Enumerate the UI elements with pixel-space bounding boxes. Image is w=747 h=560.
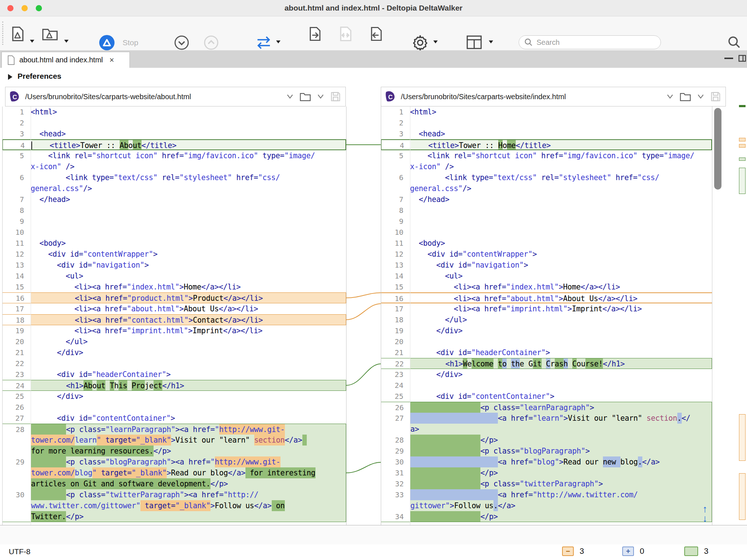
code-row[interactable]: 1<html> bbox=[2, 106, 346, 117]
compare-folders-button[interactable] bbox=[42, 26, 58, 42]
code-row[interactable]: 30 <a href="blog">Read our new blog.</a> bbox=[381, 456, 712, 467]
stop-button[interactable]: Stop bbox=[123, 38, 138, 47]
code-row[interactable]: 15 <li><a href="index.html">Home</a></li… bbox=[381, 281, 712, 292]
code-row[interactable]: 17 <li><a href="about.html">About Us</a>… bbox=[2, 303, 346, 314]
code-row[interactable]: 4 <title>Tower :: Home</title> bbox=[381, 139, 712, 150]
code-row[interactable]: 10 bbox=[2, 227, 346, 238]
code-row[interactable]: 9 bbox=[2, 216, 346, 227]
code-row[interactable]: www.twitter.com/gittower" target="_blank… bbox=[2, 500, 346, 511]
code-row[interactable]: 20 </ul> bbox=[2, 336, 346, 347]
code-row[interactable]: 17 <li><a href="imprint.html">Imprint</a… bbox=[381, 303, 712, 314]
next-change-button[interactable] bbox=[174, 35, 189, 50]
code-row[interactable]: 5 <link rel="shortcut icon" href="img/fa… bbox=[2, 150, 346, 161]
code-row[interactable]: 23 </div> bbox=[381, 369, 712, 380]
diff-marker[interactable] bbox=[739, 138, 746, 141]
code-row[interactable]: 19 <li><a href="imprint.html">Imprint</a… bbox=[2, 325, 346, 336]
disclosure-triangle-icon[interactable] bbox=[8, 74, 12, 80]
code-row[interactable]: 19 </div> bbox=[381, 325, 712, 336]
settings-menu-arrow[interactable] bbox=[433, 40, 438, 43]
code-row[interactable]: 9 bbox=[381, 216, 712, 227]
code-row[interactable]: x-icon" /> bbox=[2, 161, 346, 172]
merge-left-button[interactable] bbox=[368, 26, 384, 42]
code-row[interactable]: 33 <a href="http://www.twitter.com/ bbox=[381, 489, 712, 500]
diff-marker[interactable] bbox=[739, 473, 746, 520]
code-row[interactable]: a> bbox=[381, 424, 712, 435]
code-row[interactable]: 7 </head> bbox=[381, 194, 712, 205]
refresh-menu-arrow[interactable] bbox=[276, 40, 280, 43]
code-row[interactable]: 15 <li><a href="index.html">Home</a></li… bbox=[2, 281, 346, 292]
code-row[interactable]: gittower">Follow us.</a> bbox=[381, 500, 712, 511]
code-row[interactable]: 24 <h1>About This Project</h1> bbox=[2, 380, 346, 391]
code-row[interactable]: 12 <div id="contentWrapper"> bbox=[2, 249, 346, 260]
toolbar-drag-handle[interactable] bbox=[2, 22, 3, 45]
merge-right-button[interactable] bbox=[307, 26, 322, 42]
code-row[interactable]: tower.com/blog" target="_blank">Read our… bbox=[2, 467, 346, 478]
diff-marker[interactable] bbox=[739, 168, 746, 194]
code-row[interactable]: 4 <title>Tower :: About</title> bbox=[2, 139, 346, 150]
code-row[interactable]: 20 bbox=[381, 336, 712, 347]
code-row[interactable]: 16 <li><a href="product.html">Product</a… bbox=[2, 292, 346, 303]
go-next-arrow-icon[interactable]: ↓ bbox=[703, 514, 708, 523]
deltawalker-logo-icon[interactable] bbox=[99, 35, 115, 50]
code-row[interactable]: 8 bbox=[381, 205, 712, 216]
diff-marker[interactable] bbox=[739, 414, 746, 461]
left-file-path[interactable]: /Users/brunobrito/Sites/carparts-website… bbox=[25, 93, 286, 101]
code-row[interactable]: 22 <h1>Welcome to the Git Crash Course!<… bbox=[381, 358, 712, 369]
save-icon[interactable] bbox=[330, 91, 341, 102]
layout-button[interactable] bbox=[466, 35, 483, 50]
code-row[interactable]: general.css"/> bbox=[381, 183, 712, 194]
code-row[interactable]: 14 <ul> bbox=[2, 271, 346, 281]
code-row[interactable]: x-icon" /> bbox=[381, 161, 712, 172]
settings-button[interactable] bbox=[411, 34, 429, 51]
code-row[interactable]: 21 </div> bbox=[2, 347, 346, 358]
code-row[interactable]: 7 </head> bbox=[2, 194, 346, 205]
code-row[interactable]: 1<html> bbox=[381, 106, 712, 117]
editor-minimize-icon[interactable] bbox=[724, 58, 733, 59]
path-dropdown-chevron-icon[interactable] bbox=[666, 94, 674, 100]
code-row[interactable]: 6 <link type="text/css" rel="stylesheet"… bbox=[2, 172, 346, 183]
code-row[interactable]: general.css"/> bbox=[2, 183, 346, 194]
layout-menu-arrow[interactable] bbox=[489, 40, 493, 43]
code-row[interactable]: 23 <div id="headerContainer"> bbox=[2, 369, 346, 380]
compare-files-menu-arrow[interactable] bbox=[30, 40, 34, 43]
code-row[interactable]: 13 <div id="navigation"> bbox=[381, 260, 712, 271]
code-row[interactable]: 10 bbox=[381, 227, 712, 238]
diff-marker[interactable] bbox=[739, 144, 746, 148]
code-row[interactable]: 27 <a href="learn">Visit our "learn" sec… bbox=[381, 413, 712, 424]
find-button[interactable] bbox=[727, 35, 741, 49]
code-row[interactable]: 25 <div id="contentContainer"> bbox=[381, 391, 712, 402]
code-row[interactable]: 12 <div id="contentWrapper"> bbox=[381, 249, 712, 260]
previous-change-button[interactable] bbox=[204, 35, 219, 50]
code-row[interactable]: 16 <li><a href="about.html">About Us</a>… bbox=[381, 292, 712, 303]
browse-folder-icon[interactable] bbox=[680, 92, 691, 102]
code-row[interactable]: 25 </div> bbox=[2, 391, 346, 402]
code-row[interactable]: 29 <p class="blogParagraph"><a href="htt… bbox=[2, 456, 346, 467]
code-row[interactable]: 21 <div id="headerContainer"> bbox=[381, 347, 712, 358]
code-row[interactable]: 31 bbox=[2, 522, 346, 525]
code-row[interactable]: 28 </p> bbox=[381, 435, 712, 446]
tab-about-and-index[interactable]: about.html and index.html × bbox=[1, 52, 130, 68]
code-row[interactable]: 27 <div id="contentContainer"> bbox=[2, 413, 346, 424]
code-row[interactable]: 30 <p class="twitterParagraph"><a href="… bbox=[2, 489, 346, 500]
folder-dropdown-chevron-icon[interactable] bbox=[696, 94, 705, 100]
vertical-scrollbar[interactable] bbox=[714, 108, 721, 190]
code-row[interactable]: 14 <ul> bbox=[381, 271, 712, 281]
code-row[interactable]: 3 <head> bbox=[2, 128, 346, 139]
code-row[interactable]: tower.com/learn" target="_blank">Visit o… bbox=[2, 435, 346, 446]
tab-close-icon[interactable]: × bbox=[109, 55, 114, 65]
code-row[interactable]: 26 bbox=[2, 402, 346, 413]
code-row[interactable]: 13 <div id="navigation"> bbox=[2, 260, 346, 271]
refresh-compare-button[interactable] bbox=[255, 35, 272, 50]
search-input[interactable]: Search bbox=[519, 35, 661, 49]
code-row[interactable]: 34 </p> bbox=[381, 511, 712, 522]
save-icon[interactable] bbox=[710, 91, 721, 102]
left-code-pane[interactable]: 1<html>23 <head>4 <title>Tower :: About<… bbox=[2, 106, 346, 525]
code-row[interactable]: 11 <body> bbox=[2, 238, 346, 249]
path-dropdown-chevron-icon[interactable] bbox=[286, 94, 294, 100]
code-row[interactable]: Twitter.</p> bbox=[2, 511, 346, 522]
right-code-pane[interactable]: 1<html>23 <head>4 <title>Tower :: Home</… bbox=[381, 106, 712, 525]
code-row[interactable]: 28 <p class="learnParagraph"><a href="ht… bbox=[2, 424, 346, 435]
diff-marker[interactable] bbox=[739, 105, 746, 107]
code-row[interactable]: 31 </p> bbox=[381, 467, 712, 478]
code-row[interactable]: 35 bbox=[381, 522, 712, 525]
